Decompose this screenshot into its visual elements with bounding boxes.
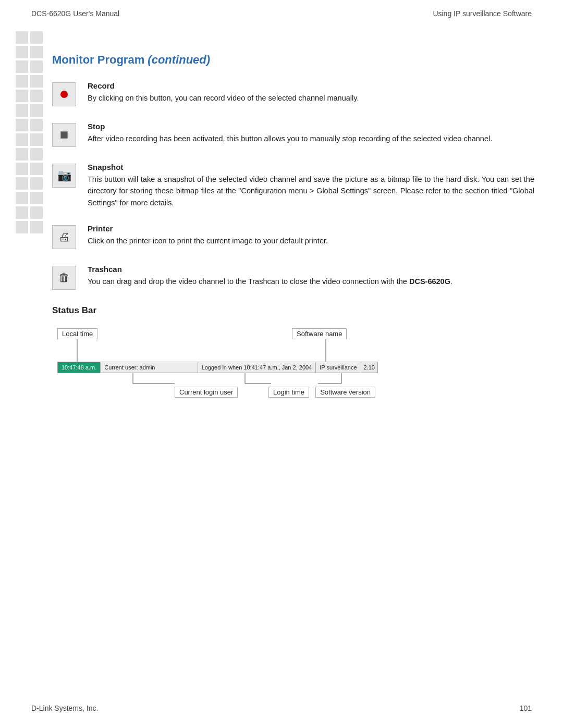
deco-row [16,31,44,44]
deco-cell [30,104,43,117]
footer-left: D-Link Systems, Inc. [31,704,98,712]
label-current-login-user: Current login user [175,387,238,398]
sb-login-time: Logged in when 10:41:47 a.m., Jan 2, 200… [198,362,316,373]
deco-row [16,221,44,233]
item-label-record: Record [88,81,534,90]
item-label-stop: Stop [88,122,534,131]
deco-row [16,148,44,161]
icon-box-record [52,82,76,106]
deco-cell [30,119,43,131]
item-desc-snapshot: This button will take a snapshot of the … [88,174,534,208]
item-desc-printer: Click on the printer icon to print the c… [88,235,534,246]
deco-cell [30,90,43,102]
deco-row [16,133,44,146]
stop-icon [60,131,68,139]
label-local-time: Local time [57,328,97,339]
deco-cell [16,104,28,117]
deco-row [16,177,44,190]
deco-cell [30,75,43,88]
deco-cell [16,133,28,146]
header-right: Using IP surveillance Software [433,9,532,18]
status-bar-title: Status Bar [52,305,534,316]
deco-row [16,104,44,117]
icon-box-trashcan: 🗑 [52,266,76,290]
item-label-trashcan: Trashcan [88,265,534,274]
item-text-trashcan: TrashcanYou can drag and drop the video … [88,265,534,287]
printer-icon: 🖨 [58,230,70,244]
section-title: Monitor Program (continued) [52,53,534,67]
snapshot-icon: 📷 [57,169,71,182]
deco-cell [30,177,43,190]
main-content: Monitor Program (continued) RecordBy cli… [52,22,534,409]
deco-row [16,75,44,88]
header-left: DCS-6620G User's Manual [31,9,119,18]
deco-cell [16,31,28,44]
page-footer: D-Link Systems, Inc. 101 [0,704,563,712]
deco-cell [30,221,43,233]
footer-right: 101 [520,704,532,712]
item-desc-trashcan: You can drag and drop the video channel … [88,276,534,287]
deco-cell [30,46,43,58]
deco-cell [16,206,28,219]
item-label-printer: Printer [88,224,534,233]
deco-row [16,46,44,58]
status-bar-section: Status Bar Local time [52,305,534,409]
deco-cell [30,206,43,219]
deco-cell [16,60,28,73]
item-desc-record: By clicking on this button, you can reco… [88,92,534,104]
item-desc-stop: After video recording has been activated… [88,133,534,144]
item-block-record: RecordBy clicking on this button, you ca… [52,81,534,106]
item-text-record: RecordBy clicking on this button, you ca… [88,81,534,104]
sb-local-time: 10:47:48 a.m. [58,362,100,373]
item-label-snapshot: Snapshot [88,163,534,171]
sb-version: 2.10 [361,362,377,373]
deco-cell [30,148,43,161]
record-icon [60,91,68,98]
deco-cell [16,148,28,161]
deco-cell [30,60,43,73]
deco-cell [30,31,43,44]
icon-box-snapshot: 📷 [52,164,76,188]
deco-cell [16,163,28,175]
deco-row [16,163,44,175]
items-container: RecordBy clicking on this button, you ca… [52,81,534,290]
item-block-stop: StopAfter video recording has been activ… [52,122,534,147]
item-text-snapshot: SnapshotThis button will take a snapshot… [88,163,534,208]
deco-cell [16,46,28,58]
deco-row [16,192,44,204]
item-text-stop: StopAfter video recording has been activ… [88,122,534,144]
sb-current-user: Current user: admin [101,362,197,373]
item-block-trashcan: 🗑TrashcanYou can drag and drop the video… [52,265,534,290]
deco-row [16,119,44,131]
deco-cell [30,163,43,175]
deco-cell [16,177,28,190]
deco-cell [30,133,43,146]
deco-row [16,206,44,219]
label-software-name: Software name [292,328,347,339]
deco-cell [16,75,28,88]
label-software-version: Software version [315,387,375,398]
page-header: DCS-6620G User's Manual Using IP surveil… [0,0,563,22]
item-desc-bold-trashcan: DCS-6620G [409,277,450,286]
item-block-printer: 🖨PrinterClick on the printer icon to pri… [52,224,534,249]
item-text-printer: PrinterClick on the printer icon to prin… [88,224,534,246]
sb-software-name-val: IP surveillance [316,362,360,373]
deco-cell [16,221,28,233]
deco-cell [16,119,28,131]
status-bar-ui: 10:47:48 a.m. Current user: admin Logged… [57,362,378,373]
item-block-snapshot: 📷SnapshotThis button will take a snapsho… [52,163,534,208]
trash-icon: 🗑 [58,271,70,285]
icon-box-stop [52,123,76,147]
deco-cell [30,192,43,204]
left-decoration [16,31,44,233]
status-bar-diagram: Local time Software name 10:47:48 a.m. C… [52,325,386,409]
deco-cell [16,90,28,102]
deco-cell [16,192,28,204]
label-login-time: Login time [268,387,309,398]
deco-row [16,90,44,102]
icon-box-printer: 🖨 [52,225,76,249]
deco-row [16,60,44,73]
